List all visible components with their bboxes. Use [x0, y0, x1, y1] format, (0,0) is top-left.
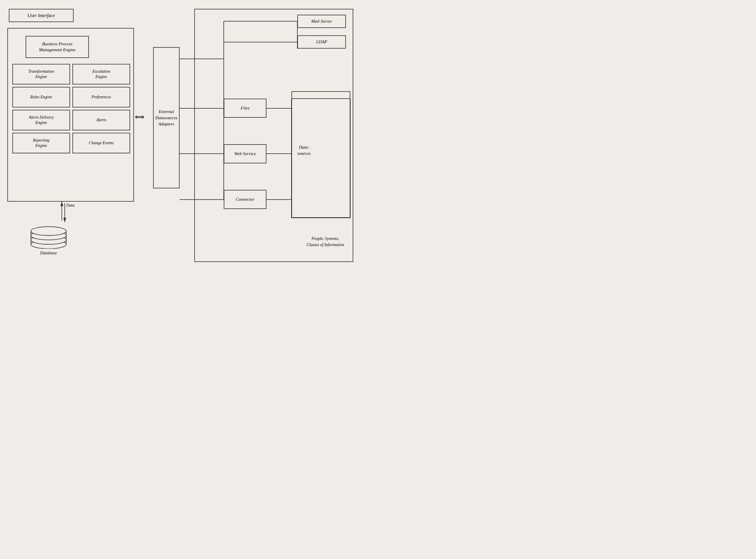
- svg-marker-20: [63, 218, 66, 222]
- mail-server-label: Mail Server: [311, 19, 332, 24]
- engine-container: Business ProcessManagement Engine Transf…: [7, 28, 134, 202]
- database-cylinder: [28, 222, 69, 249]
- people-systems-label: People, Systems,Classes of Information: [296, 236, 355, 248]
- user-interface-label: User Interface: [28, 13, 55, 18]
- datasources-text: Data-sources: [297, 145, 311, 156]
- bpme-box: Business ProcessManagement Engine: [26, 36, 89, 58]
- double-arrow: ⟺: [135, 113, 144, 121]
- change-events-box: Change Events: [72, 133, 130, 153]
- rules-engine-label: Rules Engine: [30, 94, 52, 100]
- external-adapters-box: ExternalDatasourcesAdapters: [153, 47, 180, 188]
- connector-label: Connector: [236, 197, 254, 202]
- files-label: Files: [241, 106, 250, 111]
- datasources-label: Data-sources: [297, 144, 311, 157]
- engine-grid: TransformationEngine EscalationEngine Ru…: [13, 64, 130, 153]
- architecture-diagram: User Interface Business ProcessManagemen…: [0, 0, 378, 280]
- rules-engine-box: Rules Engine: [13, 87, 70, 108]
- preferences-label: Preferences: [92, 94, 111, 100]
- user-interface-box: User Interface: [9, 9, 73, 22]
- database-container: Database: [28, 222, 69, 255]
- files-box: Files: [224, 98, 266, 118]
- data-text: Data: [66, 203, 74, 207]
- people-systems-text: People, Systems,Classes of Information: [307, 237, 344, 247]
- mail-server-box: Mail Server: [297, 15, 346, 28]
- external-adapters-label: ExternalDatasourcesAdapters: [155, 109, 177, 127]
- reporting-engine-label: ReportingEngine: [33, 138, 49, 148]
- double-arrow-symbol: ⟺: [135, 113, 144, 121]
- alerts-label: Alerts: [96, 117, 106, 123]
- escalation-engine-label: EscalationEngine: [92, 69, 110, 80]
- connector-box: Connector: [224, 190, 266, 209]
- alerts-delivery-engine-label: Alerts DeliveryEngine: [28, 115, 53, 126]
- change-events-label: Change Events: [89, 140, 114, 146]
- ldap-box: LDAP: [297, 35, 346, 49]
- reporting-engine-box: ReportingEngine: [13, 133, 70, 153]
- preferences-box: Preferences: [72, 87, 130, 108]
- transformation-engine-box: TransformationEngine: [13, 64, 70, 85]
- bpme-label: Business ProcessManagement Engine: [39, 41, 76, 53]
- data-label: Data: [66, 203, 74, 208]
- svg-marker-19: [60, 202, 63, 206]
- transformation-engine-label: TransformationEngine: [28, 69, 54, 80]
- web-service-label: Web Service: [234, 151, 256, 156]
- alerts-delivery-engine-box: Alerts DeliveryEngine: [13, 110, 70, 130]
- ldap-label: LDAP: [316, 40, 327, 44]
- escalation-engine-box: EscalationEngine: [72, 64, 130, 85]
- alerts-box: Alerts: [72, 110, 130, 130]
- web-service-box: Web Service: [224, 144, 266, 163]
- database-label: Database: [40, 250, 57, 255]
- svg-point-26: [31, 227, 66, 236]
